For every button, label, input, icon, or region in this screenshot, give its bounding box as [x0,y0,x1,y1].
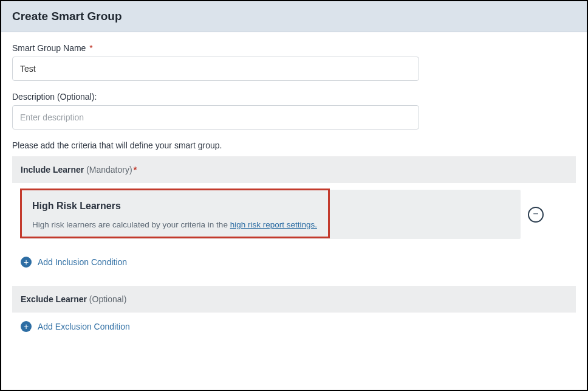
description-input[interactable] [12,105,419,130]
high-risk-learners-card: High Risk Learners High risk learners ar… [21,190,521,239]
condition-description: High risk learners are calculated by you… [32,220,510,229]
panel-title: Create Smart Group [12,10,576,23]
include-section-header: Include Learner (Mandatory)* [12,156,576,183]
panel-header: Create Smart Group [1,1,587,32]
condition-row: High Risk Learners High risk learners ar… [21,190,567,239]
create-smart-group-panel: Create Smart Group Smart Group Name * De… [0,0,588,391]
add-exclusion-row[interactable]: + Add Exclusion Condition [12,313,576,341]
description-field-block: Description (Optional): [12,92,576,130]
name-field-block: Smart Group Name * [12,43,576,81]
description-label: Description (Optional): [12,92,576,102]
criteria-instructions: Please add the criteria that will define… [12,140,576,150]
add-inclusion-label: Add Inclusion Condition [38,257,127,267]
high-risk-report-settings-link[interactable]: high risk report settings. [230,220,317,229]
highlight-outline [20,189,330,238]
required-mark: * [89,43,92,53]
panel-body: Smart Group Name * Description (Optional… [1,32,587,341]
exclude-section-header: Exclude Learner (Optional) [12,286,576,313]
include-section-body: High Risk Learners High risk learners ar… [12,183,576,248]
condition-title: High Risk Learners [32,201,510,212]
remove-condition-button[interactable]: − [528,207,544,223]
name-label: Smart Group Name * [12,43,576,53]
smart-group-name-input[interactable] [12,57,419,81]
plus-icon: + [21,321,32,332]
plus-icon: + [21,257,32,268]
minus-icon: − [533,209,538,219]
add-inclusion-row[interactable]: + Add Inclusion Condition [12,248,576,276]
add-exclusion-label: Add Exclusion Condition [38,322,130,331]
